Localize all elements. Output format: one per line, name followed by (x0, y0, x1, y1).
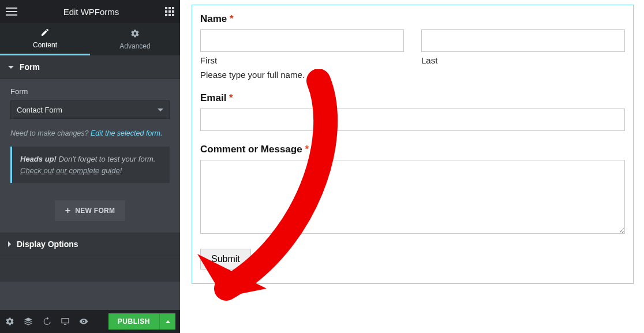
form-preview: Name * First Last Please type your full … (180, 0, 644, 333)
form-select[interactable]: Contact Form (10, 100, 170, 119)
preview-icon[interactable] (78, 316, 89, 327)
new-form-label: NEW FORM (75, 207, 115, 215)
field-comment: Comment or Message * (200, 144, 625, 236)
navigator-icon[interactable] (23, 316, 33, 327)
panel-spacer (0, 256, 180, 282)
panel-tabs: Content Advanced (0, 23, 180, 55)
heads-up-callout: Heads up! Don't forget to test your form… (10, 147, 170, 183)
field-email: Email * (200, 92, 625, 131)
plus-icon: + (65, 206, 71, 215)
first-sublabel: First (200, 55, 404, 65)
new-form-button[interactable]: + NEW FORM (55, 200, 126, 221)
edit-form-hint: Need to make changes? Edit the selected … (10, 129, 170, 137)
edit-selected-form-link[interactable]: Edit the selected form. (91, 129, 162, 137)
chevron-down-icon (8, 66, 14, 69)
pencil-icon (40, 28, 50, 39)
chevron-right-icon (8, 241, 11, 247)
form-select-value: Contact Form (17, 106, 62, 114)
publish-button[interactable]: PUBLISH (108, 313, 159, 330)
name-description: Please type your full name. (200, 70, 625, 80)
menu-icon[interactable] (6, 8, 17, 16)
publish-group: PUBLISH (108, 313, 175, 330)
panel-footer: PUBLISH (0, 310, 180, 333)
comment-textarea[interactable] (200, 160, 625, 234)
responsive-icon[interactable] (60, 316, 70, 327)
section-title: Display Options (17, 240, 78, 249)
field-name: Name * First Last Please type your full … (200, 13, 625, 80)
label-text: Email (200, 92, 226, 103)
submit-button[interactable]: Submit (200, 249, 251, 270)
settings-icon[interactable] (5, 316, 15, 327)
field-label: Comment or Message * (200, 144, 625, 155)
gear-icon (130, 29, 140, 40)
field-label: Email * (200, 92, 625, 104)
chevron-down-icon (158, 108, 163, 111)
history-icon[interactable] (42, 316, 52, 327)
section-form-body: Form Contact Form Need to make changes? … (0, 79, 180, 233)
label-text: Name (200, 13, 227, 24)
email-input[interactable] (200, 108, 625, 131)
section-toggle-display-options[interactable]: Display Options (0, 233, 180, 256)
field-label: Name * (200, 13, 625, 25)
last-name-input[interactable] (421, 29, 625, 52)
apps-grid-icon[interactable] (165, 7, 174, 16)
tab-label: Advanced (119, 42, 150, 50)
callout-strong: Heads up! (20, 155, 57, 163)
section-title: Form (20, 62, 40, 72)
chevron-up-icon (166, 320, 170, 323)
tab-advanced[interactable]: Advanced (90, 23, 180, 55)
first-name-input[interactable] (200, 29, 404, 52)
form-select-label: Form (10, 87, 170, 96)
hint-text: Need to make changes? (10, 129, 91, 137)
callout-text: Don't forget to test your form. (57, 155, 156, 163)
editor-panel: Edit WPForms Content Advanced Form Form … (0, 0, 180, 333)
section-toggle-form[interactable]: Form (0, 55, 180, 79)
panel-header: Edit WPForms (0, 0, 180, 23)
required-asterisk: * (230, 13, 234, 24)
publish-options-button[interactable] (159, 313, 175, 330)
form-outline[interactable]: Name * First Last Please type your full … (192, 5, 634, 284)
label-text: Comment or Message (200, 144, 302, 155)
required-asterisk: * (229, 92, 233, 103)
required-asterisk: * (305, 144, 309, 155)
last-sublabel: Last (421, 55, 625, 65)
callout-guide-link[interactable]: Check out our complete guide! (20, 166, 122, 175)
panel-title: Edit WPForms (17, 7, 165, 17)
tab-content[interactable]: Content (0, 23, 90, 55)
tab-label: Content (33, 41, 57, 49)
